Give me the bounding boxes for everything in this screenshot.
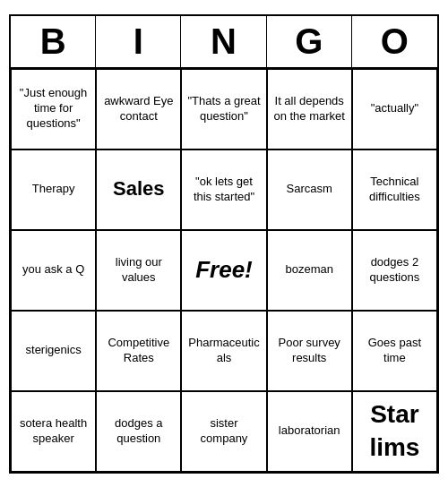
bingo-grid: "Just enough time for questions"awkward … bbox=[11, 69, 437, 472]
bingo-cell-23: laboratorian bbox=[267, 391, 352, 472]
bingo-header: BINGO bbox=[11, 16, 437, 69]
bingo-cell-11: living our values bbox=[96, 230, 181, 311]
bingo-cell-3: It all depends on the market bbox=[267, 69, 352, 150]
bingo-cell-9: Technical difficulties bbox=[352, 150, 437, 230]
bingo-cell-15: sterigenics bbox=[11, 311, 96, 391]
bingo-cell-22: sister company bbox=[181, 391, 266, 472]
bingo-cell-18: Poor survey results bbox=[267, 311, 352, 391]
bingo-cell-24: Star lims bbox=[352, 391, 437, 472]
bingo-cell-16: Competitive Rates bbox=[96, 311, 181, 391]
bingo-cell-21: dodges a question bbox=[96, 391, 181, 472]
bingo-cell-8: Sarcasm bbox=[267, 150, 352, 230]
header-letter-b: B bbox=[11, 16, 96, 67]
bingo-cell-5: Therapy bbox=[11, 150, 96, 230]
bingo-cell-14: dodges 2 questions bbox=[352, 230, 437, 311]
bingo-cell-19: Goes past time bbox=[352, 311, 437, 391]
bingo-cell-7: "ok lets get this started" bbox=[181, 150, 266, 230]
bingo-cell-17: Pharmaceuticals bbox=[181, 311, 266, 391]
bingo-cell-13: bozeman bbox=[267, 230, 352, 311]
bingo-cell-2: "Thats a great question" bbox=[181, 69, 266, 150]
bingo-cell-10: you ask a Q bbox=[11, 230, 96, 311]
bingo-cell-6: Sales bbox=[96, 150, 181, 230]
bingo-cell-12: Free! bbox=[181, 230, 266, 311]
bingo-cell-4: "actually" bbox=[352, 69, 437, 150]
header-letter-n: N bbox=[181, 16, 266, 67]
bingo-cell-0: "Just enough time for questions" bbox=[11, 69, 96, 150]
header-letter-g: G bbox=[267, 16, 352, 67]
header-letter-o: O bbox=[352, 16, 437, 67]
header-letter-i: I bbox=[96, 16, 181, 67]
bingo-cell-1: awkward Eye contact bbox=[96, 69, 181, 150]
bingo-card: BINGO "Just enough time for questions"aw… bbox=[9, 14, 439, 474]
bingo-cell-20: sotera health speaker bbox=[11, 391, 96, 472]
